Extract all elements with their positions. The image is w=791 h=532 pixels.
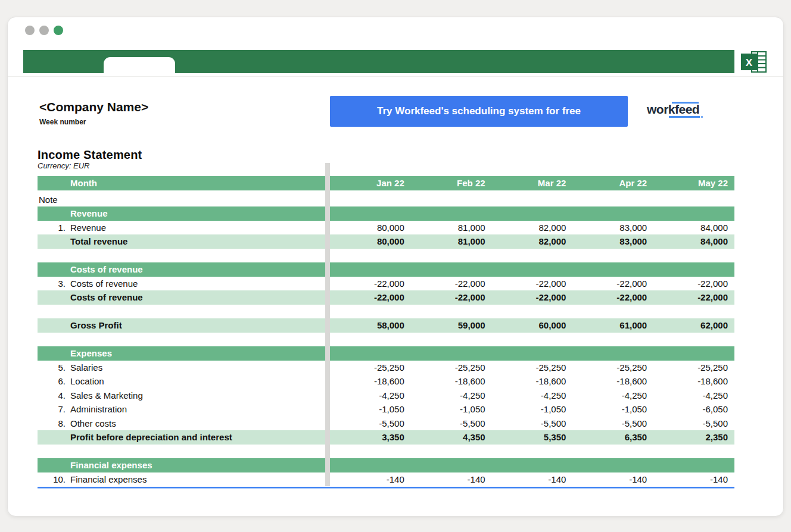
value-cell[interactable]: Mar 22	[492, 176, 573, 190]
value-cell[interactable]	[653, 445, 734, 459]
row-label-cell[interactable]: 8.Other costs	[38, 417, 325, 431]
row-label-cell[interactable]: Costs of revenue	[38, 262, 325, 277]
value-cell[interactable]	[492, 249, 573, 263]
row-label-cell[interactable]: Total revenue	[38, 234, 325, 249]
value-cell[interactable]	[492, 346, 573, 361]
value-cell[interactable]: May 22	[653, 176, 734, 190]
value-cell[interactable]	[411, 346, 492, 361]
value-cell[interactable]	[330, 262, 411, 277]
row-label-cell[interactable]: Gross Profit	[38, 318, 325, 333]
workfeed-logo[interactable]: workfeed	[647, 102, 699, 117]
value-cell[interactable]	[411, 445, 492, 459]
value-cell[interactable]	[492, 193, 573, 207]
value-cell[interactable]	[572, 346, 653, 361]
value-cell[interactable]: -5,500	[411, 417, 492, 431]
value-cell[interactable]	[572, 458, 653, 472]
row-label-cell[interactable]: 1.Revenue	[38, 221, 325, 235]
value-cell[interactable]: -5,500	[330, 417, 411, 431]
value-cell[interactable]: Jan 22	[330, 176, 411, 190]
value-cell[interactable]: -22,000	[492, 290, 573, 305]
value-cell[interactable]	[653, 305, 734, 319]
value-cell[interactable]: -4,250	[492, 389, 573, 403]
value-cell[interactable]	[653, 206, 734, 221]
value-cell[interactable]: 84,000	[653, 234, 734, 249]
value-cell[interactable]	[330, 206, 411, 221]
value-cell[interactable]: 60,000	[492, 318, 573, 333]
value-cell[interactable]: -25,250	[411, 361, 492, 375]
value-cell[interactable]: 4,350	[411, 430, 492, 445]
value-cell[interactable]: -18,600	[492, 374, 573, 389]
value-cell[interactable]: -1,050	[411, 402, 492, 417]
row-label-cell[interactable]: Profit before depreciation and interest	[38, 430, 325, 445]
value-cell[interactable]: -22,000	[411, 290, 492, 305]
value-cell[interactable]: -18,600	[572, 374, 653, 389]
value-cell[interactable]	[653, 249, 734, 263]
value-cell[interactable]: 62,000	[653, 318, 734, 333]
value-cell[interactable]	[572, 206, 653, 221]
value-cell[interactable]: -5,500	[492, 417, 573, 431]
row-label-cell[interactable]: 3.Costs of revenue	[38, 277, 325, 291]
value-cell[interactable]: Apr 22	[572, 176, 653, 190]
value-cell[interactable]	[653, 458, 734, 472]
value-cell[interactable]: 82,000	[492, 234, 573, 249]
value-cell[interactable]: -25,250	[572, 361, 653, 375]
value-cell[interactable]	[492, 458, 573, 472]
row-label-cell[interactable]: Note	[38, 193, 325, 207]
row-label-cell[interactable]: Month	[38, 176, 325, 190]
value-cell[interactable]	[411, 206, 492, 221]
value-cell[interactable]: -140	[653, 472, 734, 487]
value-cell[interactable]	[572, 249, 653, 263]
value-cell[interactable]: 81,000	[411, 221, 492, 235]
value-cell[interactable]: 3,350	[330, 430, 411, 445]
row-label-cell[interactable]: Financial expenses	[38, 458, 325, 472]
value-cell[interactable]: 5,350	[492, 430, 573, 445]
value-cell[interactable]: -18,600	[653, 374, 734, 389]
window-dot-green-icon[interactable]	[54, 26, 63, 35]
row-label-cell[interactable]: Costs of revenue	[38, 290, 325, 305]
value-cell[interactable]: 83,000	[572, 234, 653, 249]
value-cell[interactable]: -140	[572, 472, 653, 487]
value-cell[interactable]: -22,000	[411, 277, 492, 291]
workfeed-cta-button[interactable]: Try Workfeed's scheduling system for fre…	[330, 96, 628, 127]
value-cell[interactable]: -18,600	[411, 374, 492, 389]
value-cell[interactable]: 83,000	[572, 221, 653, 235]
value-cell[interactable]: -1,050	[492, 402, 573, 417]
value-cell[interactable]	[492, 333, 573, 347]
value-cell[interactable]: -22,000	[330, 277, 411, 291]
row-label-cell[interactable]: 7.Administration	[38, 402, 325, 417]
value-cell[interactable]	[411, 458, 492, 472]
value-cell[interactable]: -25,250	[492, 361, 573, 375]
value-cell[interactable]	[572, 445, 653, 459]
value-cell[interactable]: -140	[330, 472, 411, 487]
value-cell[interactable]: -22,000	[572, 277, 653, 291]
value-cell[interactable]: 81,000	[411, 234, 492, 249]
value-cell[interactable]	[492, 262, 573, 277]
value-cell[interactable]: -18,600	[330, 374, 411, 389]
value-cell[interactable]	[411, 193, 492, 207]
value-cell[interactable]	[572, 305, 653, 319]
value-cell[interactable]	[653, 262, 734, 277]
value-cell[interactable]: 80,000	[330, 221, 411, 235]
value-cell[interactable]: -25,250	[653, 361, 734, 375]
sheet-tab[interactable]	[104, 57, 175, 73]
row-label-cell[interactable]: 6.Location	[38, 374, 325, 389]
value-cell[interactable]	[492, 445, 573, 459]
value-cell[interactable]: -6,050	[653, 402, 734, 417]
value-cell[interactable]: -22,000	[653, 290, 734, 305]
value-cell[interactable]	[492, 305, 573, 319]
value-cell[interactable]: -4,250	[330, 389, 411, 403]
value-cell[interactable]: -4,250	[653, 389, 734, 403]
row-label-cell[interactable]: Expenses	[38, 346, 325, 361]
row-label-cell[interactable]: Revenue	[38, 206, 325, 221]
value-cell[interactable]: 61,000	[572, 318, 653, 333]
excel-icon[interactable]: X	[741, 51, 767, 73]
row-label-cell[interactable]: 5.Salaries	[38, 361, 325, 375]
value-cell[interactable]: -5,500	[572, 417, 653, 431]
value-cell[interactable]	[330, 305, 411, 319]
value-cell[interactable]: -4,250	[411, 389, 492, 403]
value-cell[interactable]	[572, 193, 653, 207]
window-dot-icon[interactable]	[25, 26, 35, 35]
value-cell[interactable]: -4,250	[572, 389, 653, 403]
value-cell[interactable]: 82,000	[492, 221, 573, 235]
row-label-cell[interactable]: 4.Sales & Marketing	[38, 389, 325, 403]
